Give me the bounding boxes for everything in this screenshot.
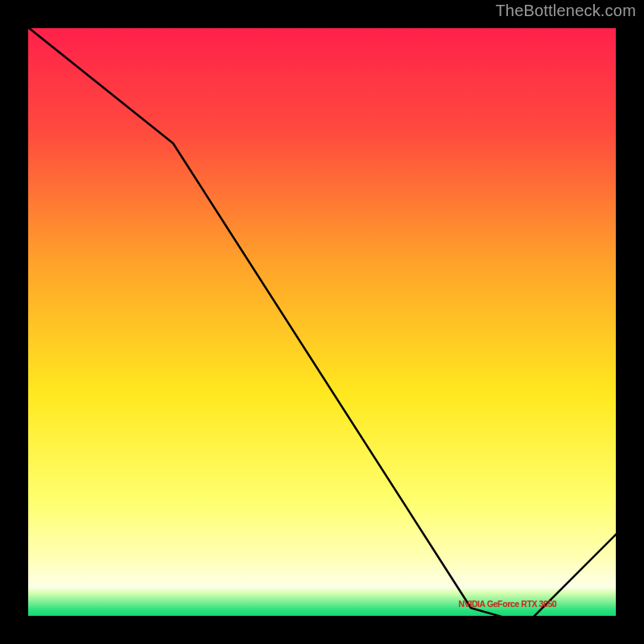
watermark-text: TheBottleneck.com — [495, 2, 636, 20]
chart-stage: TheBottleneck.com NVIDIA GeForce RTX 305… — [0, 0, 644, 644]
gpu-annotation-label: NVIDIA GeForce RTX 3050 — [459, 599, 557, 609]
chart-svg — [24, 24, 620, 620]
plot-area — [24, 24, 620, 620]
gradient-background — [24, 24, 620, 620]
